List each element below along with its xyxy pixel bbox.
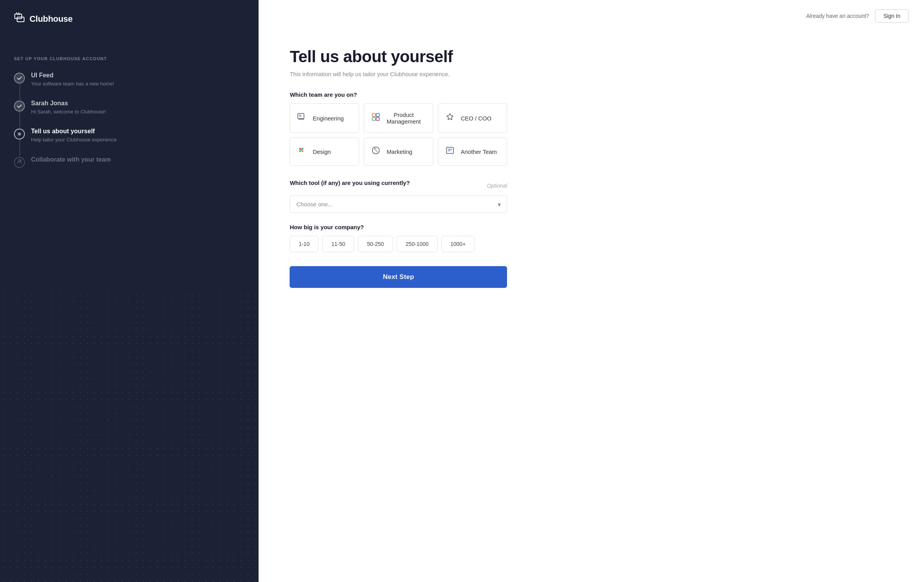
company-section: How big is your company? 1-10 11-50 50-2… [290, 224, 507, 252]
step-icon-active [14, 129, 25, 139]
svg-rect-10 [376, 117, 379, 120]
product-icon [370, 112, 381, 124]
step-content-2: Sarah Jonas Hi Sarah, welcome to Clubhou… [31, 100, 106, 115]
page-subtitle: This information will help us tailor you… [290, 71, 507, 77]
team-label-ceo: CEO / COO [461, 115, 492, 122]
logo-text: Clubhouse [30, 14, 73, 24]
team-card-marketing[interactable]: Marketing [364, 138, 433, 166]
tool-select[interactable]: Choose one... Jira Trello Asana Basecamp… [290, 195, 507, 213]
ceo-icon [445, 112, 455, 124]
sign-in-button[interactable]: Sign In [875, 9, 908, 23]
top-bar: Already have an account? Sign In [259, 0, 924, 32]
svg-point-11 [299, 148, 301, 150]
team-label-marketing: Marketing [387, 148, 412, 155]
step-title-2: Sarah Jonas [31, 100, 106, 107]
svg-rect-7 [372, 113, 375, 117]
tool-question: Which tool (if any) are you using curren… [290, 179, 410, 186]
size-btn-11-50[interactable]: 11-50 [322, 236, 354, 252]
sidebar: Clubhouse Set up your Clubhouse Account … [0, 0, 259, 582]
company-question: How big is your company? [290, 224, 507, 230]
engineering-icon [296, 112, 307, 124]
step-title-4: Collaborate with your team [31, 156, 111, 163]
step-desc-2: Hi Sarah, welcome to Clubhouse! [31, 108, 106, 115]
logo: Clubhouse [14, 12, 245, 25]
already-text: Already have an account? [806, 13, 869, 19]
step-content-4: Collaborate with your team [31, 156, 111, 165]
tool-label-row: Which tool (if any) are you using curren… [290, 179, 507, 192]
page-title: Tell us about yourself [290, 47, 507, 66]
another-icon [445, 146, 455, 157]
svg-point-5 [21, 160, 22, 161]
svg-rect-8 [376, 113, 379, 117]
team-card-ceo[interactable]: CEO / COO [438, 103, 507, 133]
svg-line-3 [19, 12, 19, 15]
svg-point-12 [302, 148, 304, 150]
step-sarah-jonas: Sarah Jonas Hi Sarah, welcome to Clubhou… [14, 100, 245, 128]
tool-select-wrapper: Choose one... Jira Trello Asana Basecamp… [290, 195, 507, 213]
step-icon-completed-1 [14, 73, 25, 84]
svg-point-15 [301, 150, 302, 151]
svg-rect-1 [17, 17, 24, 22]
setup-label: Set up your Clubhouse Account [14, 56, 245, 61]
step-collaborate: Collaborate with your team [14, 156, 245, 180]
team-question: Which team are you on? [290, 91, 507, 98]
team-grid: Engineering ProductManagement [290, 103, 507, 166]
step-title-1: UI Feed [31, 72, 114, 79]
team-label-engineering: Engineering [313, 115, 344, 122]
company-sizes: 1-10 11-50 50-250 250-1000 1000+ [290, 236, 507, 252]
svg-point-13 [299, 150, 301, 152]
svg-point-4 [19, 159, 21, 161]
person-icon [17, 159, 22, 166]
size-btn-250-1000[interactable]: 250-1000 [397, 236, 438, 252]
design-icon [296, 146, 307, 157]
logo-icon [14, 12, 26, 25]
main-content: Already have an account? Sign In Tell us… [259, 0, 924, 582]
form-area: Tell us about yourself This information … [259, 32, 538, 582]
step-desc-3: Help tailor your Clubhouse experience [31, 136, 116, 143]
optional-text: Optional [487, 183, 507, 189]
team-card-product[interactable]: ProductManagement [364, 103, 433, 133]
size-btn-1000plus[interactable]: 1000+ [441, 236, 474, 252]
svg-rect-17 [446, 147, 453, 153]
team-card-design[interactable]: Design [290, 138, 359, 166]
size-btn-50-250[interactable]: 50-250 [358, 236, 393, 252]
step-ui-feed: UI Feed Your software team has a new hom… [14, 72, 245, 100]
size-btn-1-10[interactable]: 1-10 [290, 236, 318, 252]
next-step-button[interactable]: Next Step [290, 266, 507, 288]
step-icon-completed-2 [14, 101, 25, 112]
team-label-product: ProductManagement [387, 112, 421, 125]
svg-rect-0 [15, 14, 22, 19]
team-label-design: Design [313, 148, 331, 155]
step-desc-1: Your software team has a new home! [31, 80, 114, 87]
team-card-another[interactable]: Another Team [438, 138, 507, 166]
marketing-icon [370, 146, 381, 157]
svg-point-14 [302, 150, 304, 152]
step-tell-us: Tell us about yourself Help tailor your … [14, 128, 245, 156]
step-list: UI Feed Your software team has a new hom… [14, 72, 245, 180]
step-content-1: UI Feed Your software team has a new hom… [31, 72, 114, 87]
team-card-engineering[interactable]: Engineering [290, 103, 359, 133]
tool-section: Which tool (if any) are you using curren… [290, 179, 507, 213]
step-icon-inactive [14, 157, 25, 168]
svg-rect-9 [372, 117, 375, 120]
step-content-3: Tell us about yourself Help tailor your … [31, 128, 116, 143]
team-label-another: Another Team [461, 148, 497, 155]
step-title-3: Tell us about yourself [31, 128, 116, 135]
